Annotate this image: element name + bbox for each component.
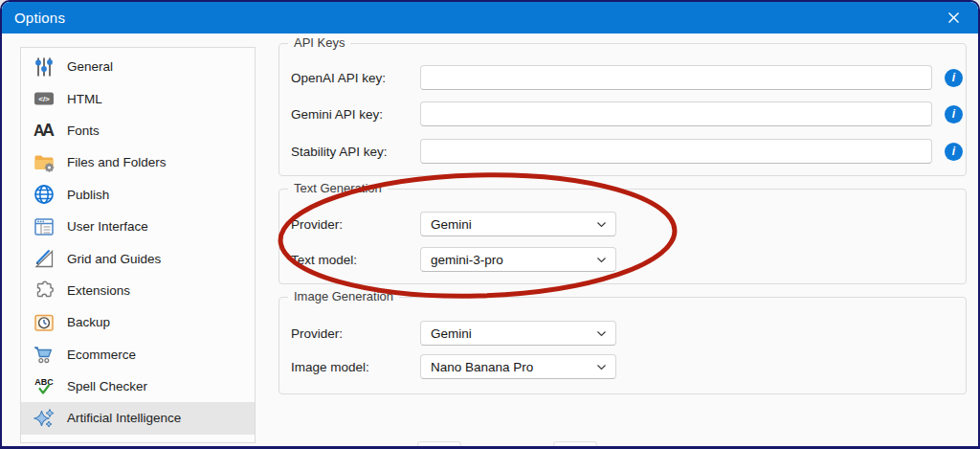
stability-api-key-row: Stability API key: i [291, 139, 963, 164]
text-model-row: Text model: gemini-3-pro [291, 247, 616, 272]
chevron-down-icon [595, 361, 608, 373]
sidebar-item-backup[interactable]: Backup [21, 306, 255, 338]
dropdown-value: Gemini [431, 326, 472, 341]
bottom-button-top [553, 441, 597, 446]
gemini-api-key-row: Gemini API key: i [291, 101, 963, 126]
sidebar-item-grid-and-guides[interactable]: Grid and Guides [21, 242, 255, 274]
sidebar-item-label: Ecommerce [67, 348, 136, 362]
svg-text:A: A [42, 121, 55, 140]
sidebar-item-artificial-intelligence[interactable]: Artificial Intelligence [21, 402, 255, 434]
sidebar-item-publish[interactable]: Publish [21, 179, 255, 211]
group-title: API Keys [288, 35, 350, 50]
stability-api-key-label: Stability API key: [291, 145, 420, 159]
text-generation-group: Text Generation Provider: Gemini Text mo… [278, 189, 967, 284]
image-generation-group: Image Generation Provider: Gemini Image … [278, 297, 967, 394]
sidebar-item-label: General [67, 59, 113, 74]
group-title: Text Generation [288, 181, 388, 195]
openai-api-key-row: OpenAI API key: i [291, 65, 963, 90]
sidebar-item-label: Extensions [67, 283, 130, 298]
dropdown-value: Nano Banana Pro [431, 360, 533, 374]
stability-api-key-input[interactable] [420, 139, 932, 164]
close-icon [947, 11, 961, 25]
image-provider-dropdown[interactable]: Gemini [420, 321, 616, 346]
sidebar-item-label: HTML [67, 92, 102, 106]
sidebar-item-fonts[interactable]: A A Fonts [21, 115, 255, 146]
group-title: Image Generation [288, 289, 399, 303]
sidebar-item-label: Spell Checker [67, 379, 147, 393]
settings-sidebar: General </> HTML A A Fonts [20, 47, 256, 443]
image-model-dropdown[interactable]: Nano Banana Pro [420, 354, 616, 379]
info-icon[interactable]: i [945, 105, 963, 123]
sidebar-item-user-interface[interactable]: User Interface [21, 211, 255, 242]
text-provider-label: Provider: [291, 217, 420, 232]
sidebar-item-extensions[interactable]: Extensions [21, 275, 255, 306]
cart-icon [31, 343, 57, 366]
image-provider-label: Provider: [291, 326, 420, 341]
info-icon[interactable]: i [945, 69, 963, 87]
text-model-label: Text model: [291, 253, 420, 267]
titlebar: Options [2, 2, 978, 34]
globe-icon [31, 183, 57, 206]
backup-clock-icon [31, 311, 57, 334]
info-icon[interactable]: i [945, 143, 963, 161]
bottom-button-top [417, 441, 461, 446]
sidebar-item-label: Publish [67, 188, 109, 202]
chevron-down-icon [595, 327, 608, 340]
image-model-row: Image model: Nano Banana Pro [291, 354, 616, 379]
chevron-down-icon [595, 254, 608, 266]
window-icon [31, 215, 57, 238]
gemini-api-key-label: Gemini API key: [291, 107, 420, 122]
svg-text:</>: </> [38, 95, 50, 103]
api-keys-group: API Keys OpenAI API key: i Gemini API ke… [278, 43, 967, 176]
dialog-title: Options [14, 10, 65, 26]
gemini-api-key-input[interactable] [420, 101, 932, 126]
sidebar-item-ecommerce[interactable]: Ecommerce [21, 339, 255, 370]
sidebar-item-spell-checker[interactable]: ABC Spell Checker [21, 370, 255, 402]
svg-text:ABC: ABC [34, 376, 54, 386]
openai-api-key-input[interactable] [420, 65, 932, 90]
puzzle-icon [31, 279, 57, 302]
sidebar-item-label: Artificial Intelligence [67, 411, 181, 425]
text-model-dropdown[interactable]: gemini-3-pro [420, 247, 616, 272]
close-button[interactable] [941, 7, 966, 30]
sidebar-item-label: Fonts [67, 123, 100, 138]
openai-api-key-label: OpenAI API key: [291, 71, 420, 85]
sidebar-item-label: Files and Folders [67, 155, 167, 169]
chevron-down-icon [595, 218, 608, 231]
dropdown-value: Gemini [431, 217, 472, 232]
text-provider-row: Provider: Gemini [291, 212, 616, 236]
sidebar-item-label: Backup [67, 315, 110, 329]
dropdown-value: gemini-3-pro [431, 253, 503, 267]
sidebar-item-general[interactable]: General [21, 51, 255, 82]
abc-check-icon: ABC [31, 375, 57, 398]
sliders-icon [31, 56, 57, 79]
text-provider-dropdown[interactable]: Gemini [420, 212, 616, 236]
options-dialog: Options General [0, 0, 980, 449]
sidebar-item-label: User Interface [67, 219, 148, 234]
folder-gear-icon [31, 151, 57, 174]
image-provider-row: Provider: Gemini [291, 321, 616, 346]
sparkles-icon [31, 407, 57, 430]
ruler-pencil-icon [31, 247, 57, 270]
html-badge-icon: </> [31, 87, 57, 110]
sidebar-item-label: Grid and Guides [67, 252, 161, 266]
image-model-label: Image model: [291, 360, 420, 374]
fonts-icon: A A [31, 119, 57, 142]
sidebar-item-html[interactable]: </> HTML [21, 82, 255, 114]
sidebar-item-files-and-folders[interactable]: Files and Folders [21, 146, 255, 178]
